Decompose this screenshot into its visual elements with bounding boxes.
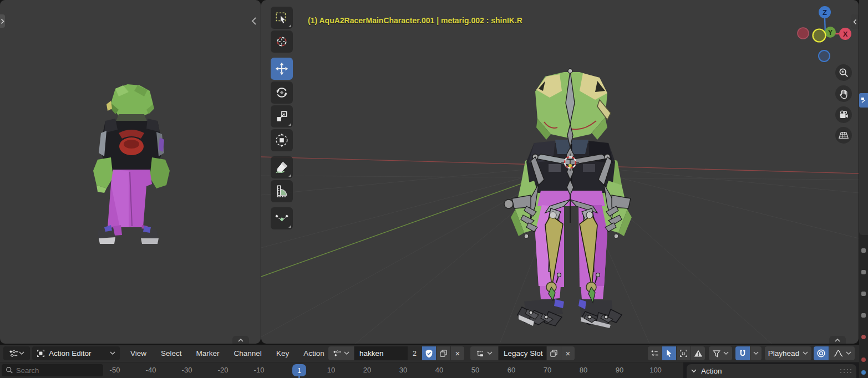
viewport-main[interactable]: (1) AquA2RacerMainCharacter.001 | metari… [261, 0, 859, 344]
frame-brackets-icon [679, 349, 688, 357]
timeline-ruler[interactable]: ↔ -50-40-30-20-10102030405060708090100 1 [0, 362, 683, 378]
chevron-down-icon [803, 351, 808, 355]
menu-select[interactable]: Select [154, 345, 189, 362]
playhead-snap-select[interactable]: Playhead [765, 346, 811, 360]
menu-view[interactable]: View [123, 345, 154, 362]
action-name-field[interactable]: hakken [354, 346, 408, 360]
expand-tab-up[interactable] [232, 336, 249, 344]
filter-button[interactable] [709, 346, 732, 360]
snap-toggle[interactable] [735, 346, 750, 360]
right-editor-sliver-top [859, 0, 868, 235]
browse-action-button[interactable] [328, 346, 354, 360]
chevron-right-icon [1, 18, 4, 24]
warning-icon [694, 349, 703, 357]
menu-channel[interactable]: Channel [227, 345, 269, 362]
shield-check-icon [425, 349, 433, 358]
falloff-curve-icon [833, 349, 844, 357]
magnet-icon [738, 349, 747, 358]
tool-breakdowner-button[interactable] [271, 207, 293, 229]
gizmo-z-label: Z [823, 8, 827, 17]
properties-tab-icon[interactable] [861, 292, 866, 296]
snap-options-button[interactable] [750, 346, 762, 360]
tool-rotate-button[interactable] [271, 81, 293, 104]
active-tool-tab[interactable] [859, 93, 868, 108]
duplicate-icon [439, 349, 448, 357]
region-collapse-left-icon[interactable] [251, 17, 257, 25]
new-action-button[interactable] [436, 346, 450, 360]
tool-tweak-button[interactable] [271, 7, 293, 29]
menu-key[interactable]: Key [269, 345, 296, 362]
action-users-button[interactable]: 2 [408, 346, 422, 360]
channel-search-box[interactable]: ↔ [2, 364, 103, 376]
expand-tab-up-main[interactable] [829, 336, 846, 344]
slot-icon [476, 350, 485, 357]
tool-options-corner [288, 123, 291, 126]
viewport-secondary[interactable] [0, 0, 261, 344]
show-hidden-toggle[interactable] [677, 346, 691, 360]
fake-user-toggle[interactable] [422, 346, 436, 360]
slot-name-field[interactable]: Legacy Slot [499, 346, 546, 360]
camera-icon [838, 109, 849, 120]
active-object-label: (1) AquA2RacerMainCharacter.001 | metari… [308, 16, 522, 25]
tool-move-button[interactable] [271, 58, 293, 80]
only-selected-toggle[interactable] [662, 346, 676, 360]
collapse-tab-left[interactable] [0, 14, 5, 28]
frame-tick--30: -30 [182, 366, 192, 374]
sidebar-collapse-tab[interactable] [851, 14, 859, 29]
tool-cursor-button[interactable] [271, 30, 293, 53]
menu-action[interactable]: Action [296, 345, 332, 362]
tool-transform-button[interactable] [271, 129, 293, 151]
pose-breakdowner-icon [275, 211, 289, 226]
duplicate-slot-button[interactable] [547, 346, 561, 360]
ortho-toggle-button[interactable] [835, 127, 852, 144]
search-input[interactable] [16, 366, 103, 375]
dopesheet-header: Action Editor ViewSelectMarkerChannelKey… [0, 345, 859, 362]
only-errors-toggle[interactable] [691, 346, 705, 360]
search-icon [6, 366, 13, 374]
unlink-action-button[interactable]: × [451, 346, 464, 360]
navigation-gizmo[interactable]: Y X Z [796, 4, 857, 65]
properties-tab-icon-blue[interactable] [861, 370, 866, 375]
panel-drag-handle[interactable] [840, 369, 852, 374]
zoom-view-button[interactable] [835, 64, 852, 81]
measure-icon [275, 184, 289, 198]
chevron-down-icon [753, 351, 759, 355]
rotate-icon [275, 85, 289, 100]
frame-tick--40: -40 [146, 366, 156, 374]
dopesheet-mode-select[interactable]: Action Editor [32, 346, 120, 360]
action-editor-mode-icon [37, 349, 45, 357]
channel-hierarchy-toggle[interactable] [648, 346, 662, 360]
character-front-rig[interactable] [502, 67, 641, 330]
tool-annotate-button[interactable] [271, 156, 293, 178]
character-back-view[interactable] [82, 82, 181, 248]
gizmo-neg-x [798, 28, 809, 39]
falloff-select[interactable] [829, 346, 855, 360]
action-name: hakken [359, 349, 384, 357]
tool-measure-button[interactable] [271, 180, 293, 202]
chevron-down-icon [344, 351, 349, 355]
transform-icon [275, 133, 289, 147]
properties-tab-icon[interactable] [861, 248, 866, 253]
action-panel-header[interactable]: Action [687, 364, 856, 378]
properties-tab-icon[interactable] [861, 313, 866, 318]
properties-tab-icon-red[interactable] [861, 335, 866, 339]
camera-view-button[interactable] [835, 106, 852, 123]
select-box-icon [275, 11, 289, 25]
tool-scale-button[interactable] [271, 105, 293, 127]
current-frame-indicator[interactable]: 1 [292, 364, 306, 376]
panel-title: Action [701, 367, 722, 375]
right-editor-sliver [859, 0, 868, 378]
properties-tab-icon-red2[interactable] [861, 357, 866, 362]
proportional-circles-icon [816, 349, 826, 358]
unlink-slot-button[interactable]: × [561, 346, 575, 360]
proportional-edit-toggle[interactable] [814, 346, 829, 360]
chevron-down-icon [19, 351, 24, 355]
editor-type-button[interactable] [3, 346, 30, 360]
menu-marker[interactable]: Marker [189, 345, 227, 362]
cursor-tool-icon [275, 34, 289, 49]
properties-tab-icon[interactable] [861, 270, 866, 274]
pan-view-button[interactable] [835, 85, 852, 102]
frame-tick-90: 90 [616, 366, 623, 374]
browse-slot-button[interactable] [470, 346, 498, 360]
playhead-label: Playhead [768, 349, 799, 357]
